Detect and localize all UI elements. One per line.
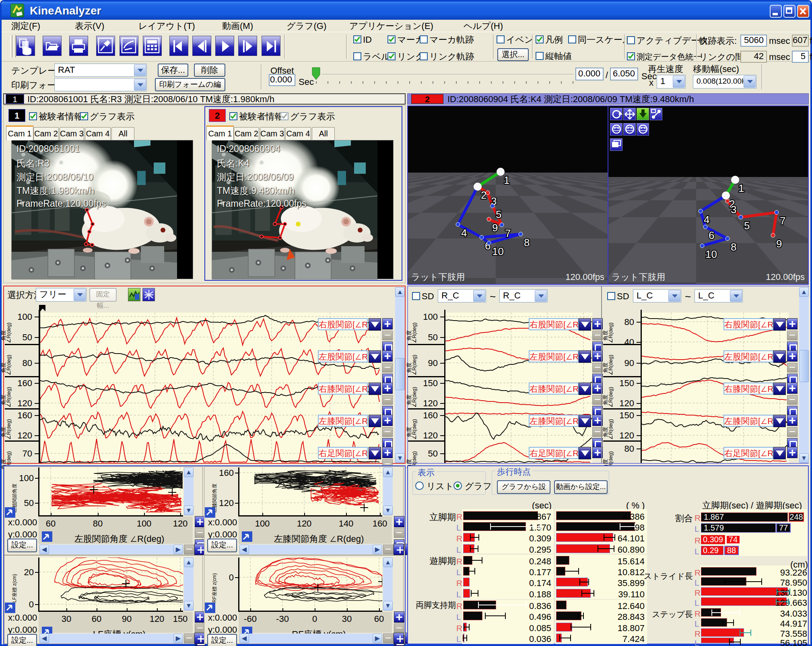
svg-text:7: 7 xyxy=(780,215,785,227)
svg-text:10: 10 xyxy=(492,245,504,257)
svg-text:120.00fps: 120.00fps xyxy=(766,272,805,282)
svg-text:ラット下肢用: ラット下肢用 xyxy=(612,272,666,282)
svg-text:120.00fps: 120.00fps xyxy=(565,272,604,282)
svg-text:ラット下肢用: ラット下肢用 xyxy=(411,272,465,282)
svg-text:5: 5 xyxy=(744,220,750,232)
svg-text:7: 7 xyxy=(505,227,511,239)
svg-text:10: 10 xyxy=(705,248,717,260)
svg-text:2: 2 xyxy=(481,189,486,201)
svg-text:8: 8 xyxy=(524,237,530,249)
svg-text:4: 4 xyxy=(461,227,467,239)
svg-text:9: 9 xyxy=(776,238,782,250)
svg-text:4: 4 xyxy=(704,214,709,226)
svg-text:8: 8 xyxy=(731,241,736,253)
svg-text:6: 6 xyxy=(709,229,714,241)
svg-text:3: 3 xyxy=(731,204,736,216)
svg-text:5: 5 xyxy=(496,208,501,220)
svg-text:1: 1 xyxy=(738,182,744,194)
svg-text:9: 9 xyxy=(492,222,498,234)
svg-text:1: 1 xyxy=(504,174,509,186)
